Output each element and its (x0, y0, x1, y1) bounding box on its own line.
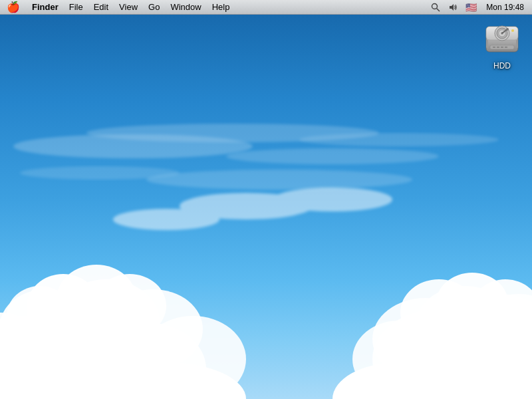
svg-point-15 (140, 316, 246, 399)
hdd-image (483, 21, 521, 59)
svg-point-41 (273, 188, 392, 211)
svg-point-31 (372, 298, 479, 380)
svg-point-27 (442, 294, 532, 384)
svg-point-20 (27, 274, 100, 340)
svg-line-43 (437, 8, 440, 11)
svg-marker-44 (450, 4, 454, 11)
svg-point-39 (180, 193, 313, 219)
svg-point-21 (57, 265, 136, 334)
spotlight-icon (431, 3, 440, 12)
svg-point-11 (20, 293, 140, 386)
svg-point-26 (372, 309, 505, 399)
menubar: 🍎 Finder File Edit View Go Window Help (0, 0, 532, 15)
svg-point-1 (13, 134, 253, 158)
svg-rect-54 (493, 47, 495, 48)
svg-point-29 (472, 294, 532, 371)
svg-rect-58 (486, 40, 488, 48)
go-menu[interactable]: Go (143, 0, 165, 14)
svg-point-22 (93, 274, 166, 338)
svg-rect-56 (501, 47, 503, 48)
menubar-left: 🍎 Finder File Edit View Go Window Help (0, 0, 428, 14)
edit-menu[interactable]: Edit (88, 0, 114, 14)
svg-point-9 (40, 306, 173, 399)
view-menu[interactable]: View (114, 0, 143, 14)
svg-point-13 (53, 279, 160, 366)
svg-rect-55 (497, 47, 499, 48)
svg-point-19 (0, 359, 66, 399)
svg-point-17 (0, 359, 166, 399)
svg-point-24 (399, 316, 532, 399)
svg-point-2 (86, 124, 379, 142)
desktop: 🍎 Finder File Edit View Go Window Help (0, 0, 532, 399)
svg-point-60 (511, 29, 514, 32)
svg-point-3 (226, 148, 439, 164)
flag-button[interactable]: 🇺🇸 (463, 0, 479, 14)
svg-point-4 (20, 166, 180, 180)
svg-point-42 (432, 3, 438, 9)
svg-point-16 (0, 313, 40, 379)
svg-point-30 (492, 309, 532, 382)
svg-point-32 (352, 321, 446, 398)
svg-point-28 (416, 286, 515, 366)
svg-point-7 (0, 319, 140, 399)
svg-point-18 (86, 362, 246, 399)
svg-point-37 (471, 279, 532, 340)
volume-icon (448, 3, 458, 12)
help-menu[interactable]: Help (207, 0, 235, 14)
svg-point-34 (332, 362, 466, 399)
hdd-icon[interactable]: HDD (479, 21, 525, 70)
apple-icon: 🍎 (7, 1, 20, 13)
svg-point-10 (86, 323, 206, 399)
svg-point-6 (299, 133, 499, 146)
svg-point-35 (479, 362, 532, 399)
menubar-right: 🇺🇸 Mon 19:48 (428, 0, 532, 14)
file-menu[interactable]: File (64, 0, 88, 14)
svg-point-33 (386, 359, 532, 399)
svg-rect-57 (505, 47, 507, 48)
spotlight-button[interactable] (428, 0, 443, 14)
flag-icon: 🇺🇸 (466, 2, 477, 13)
svg-point-38 (400, 279, 477, 346)
svg-rect-59 (516, 40, 518, 48)
svg-point-40 (113, 209, 219, 230)
svg-point-25 (459, 313, 532, 399)
svg-point-14 (103, 289, 203, 369)
volume-button[interactable] (446, 0, 460, 14)
svg-point-23 (7, 286, 73, 346)
svg-point-36 (436, 273, 509, 336)
hdd-label: HDD (493, 61, 511, 70)
clock: Mon 19:48 (482, 0, 528, 14)
finder-menu[interactable]: Finder (27, 0, 64, 14)
svg-rect-0 (0, 0, 532, 399)
svg-point-5 (146, 170, 412, 190)
svg-point-8 (0, 316, 73, 399)
apple-menu[interactable]: 🍎 (0, 0, 27, 14)
svg-point-12 (0, 289, 93, 362)
svg-point-52 (506, 28, 509, 31)
window-menu[interactable]: Window (165, 0, 206, 14)
